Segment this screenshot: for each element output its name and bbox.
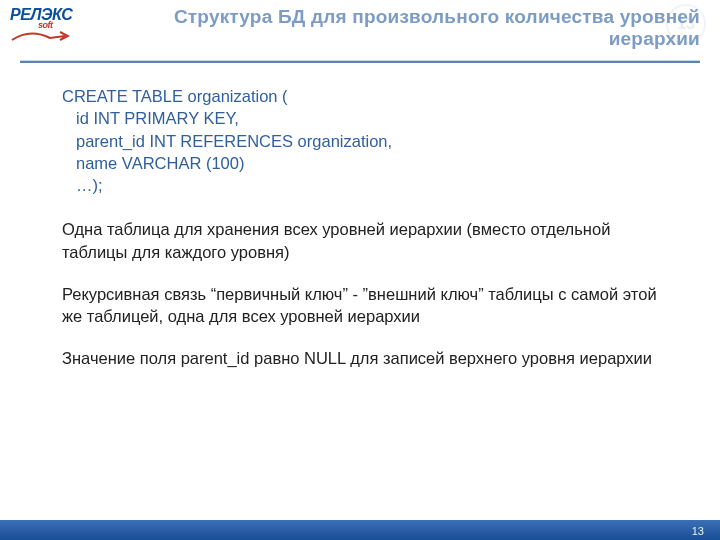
paragraph: Значение поля parent_id равно NULL для з…: [62, 347, 666, 369]
page-number: 13: [692, 525, 704, 537]
sql-line: CREATE TABLE organization (: [62, 85, 666, 107]
slide-header: РЕЛЭКС soft Структура БД для произвольно…: [0, 0, 720, 58]
slide-title: Структура БД для произвольного количеств…: [120, 6, 700, 50]
title-line-1: Структура БД для произвольного количеств…: [174, 6, 700, 27]
paragraph: Одна таблица для хранения всех уровней и…: [62, 218, 666, 263]
sql-line: parent_id INT REFERENCES organization,: [62, 130, 666, 152]
header-divider: [20, 60, 700, 63]
sql-line: id INT PRIMARY KEY,: [62, 107, 666, 129]
logo: РЕЛЭКС soft: [10, 6, 88, 50]
slide: 13 РЕЛЭКС soft Структура БД для произвол…: [0, 0, 720, 540]
slide-footer: 13: [0, 520, 720, 540]
title-line-2: иерархии: [609, 28, 700, 49]
swoosh-icon: [10, 30, 70, 44]
slide-content: CREATE TABLE organization ( id INT PRIMA…: [0, 63, 720, 370]
paragraph: Рекурсивная связь “первичный ключ” - ”вн…: [62, 283, 666, 328]
sql-line: name VARCHAR (100): [62, 152, 666, 174]
sql-line: …);: [62, 174, 666, 196]
sql-block: CREATE TABLE organization ( id INT PRIMA…: [62, 85, 666, 196]
logo-text: РЕЛЭКС soft: [10, 6, 88, 30]
